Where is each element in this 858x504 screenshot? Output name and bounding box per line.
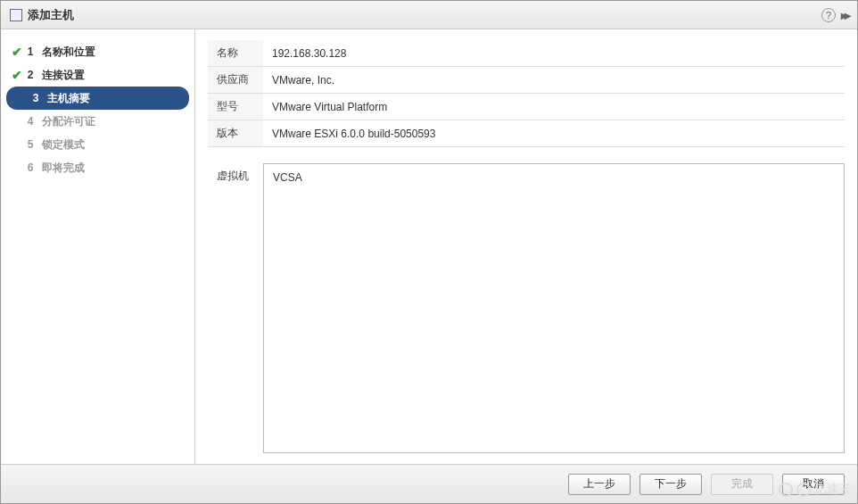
titlebar: 添加主机 ? ▸▸ <box>1 1 857 29</box>
value-name: 192.168.30.128 <box>263 40 845 67</box>
step-label: 分配许可证 <box>37 114 95 129</box>
vm-section: 虚拟机 VCSA <box>208 163 845 453</box>
step-lockdown[interactable]: ✔ 5 锁定模式 <box>1 133 194 156</box>
value-model: VMware Virtual Platform <box>263 94 845 120</box>
content-panel: 名称 192.168.30.128 供应商 VMware, Inc. 型号 VM… <box>195 29 857 464</box>
label-version: 版本 <box>208 120 263 147</box>
step-label: 名称和位置 <box>37 45 95 60</box>
value-vendor: VMware, Inc. <box>263 67 845 94</box>
step-label: 连接设置 <box>37 68 85 83</box>
step-number: 1 <box>24 45 37 58</box>
step-number: 6 <box>24 161 37 174</box>
main-area: ✔ 1 名称和位置 ✔ 2 连接设置 ✔ 3 主机摘要 ✔ 4 分配许可证 ✔ … <box>1 29 857 464</box>
row-version: 版本 VMware ESXi 6.0.0 build-5050593 <box>208 120 845 147</box>
row-vendor: 供应商 VMware, Inc. <box>208 67 845 94</box>
step-label: 主机摘要 <box>42 91 90 106</box>
vm-list-box: VCSA <box>263 163 845 453</box>
step-number: 2 <box>24 69 37 81</box>
label-vm: 虚拟机 <box>208 163 263 453</box>
row-model: 型号 VMware Virtual Platform <box>208 94 845 120</box>
label-model: 型号 <box>208 94 263 120</box>
next-button[interactable]: 下一步 <box>639 474 702 495</box>
step-host-summary[interactable]: ✔ 3 主机摘要 <box>6 87 189 110</box>
step-number: 3 <box>29 92 42 104</box>
step-label: 即将完成 <box>37 161 85 176</box>
check-icon: ✔ <box>12 68 24 82</box>
host-icon <box>10 9 22 21</box>
label-vendor: 供应商 <box>208 67 263 94</box>
footer-buttons: 上一步 下一步 完成 取消 <box>1 464 857 503</box>
row-name: 名称 192.168.30.128 <box>208 40 845 67</box>
step-license[interactable]: ✔ 4 分配许可证 <box>1 110 194 133</box>
vm-list-item: VCSA <box>273 171 835 184</box>
finish-button[interactable]: 完成 <box>711 474 773 495</box>
expand-icon[interactable]: ▸▸ <box>841 8 848 22</box>
step-label: 锁定模式 <box>37 137 85 153</box>
wizard-steps-sidebar: ✔ 1 名称和位置 ✔ 2 连接设置 ✔ 3 主机摘要 ✔ 4 分配许可证 ✔ … <box>1 29 195 464</box>
label-name: 名称 <box>208 40 263 67</box>
help-icon[interactable]: ? <box>821 8 836 22</box>
value-version: VMware ESXi 6.0.0 build-5050593 <box>263 120 845 147</box>
window-title: 添加主机 <box>28 7 821 23</box>
back-button[interactable]: 上一步 <box>568 474 631 495</box>
step-ready[interactable]: ✔ 6 即将完成 <box>1 156 194 179</box>
check-icon: ✔ <box>12 45 24 59</box>
step-number: 4 <box>24 115 37 128</box>
host-summary-table: 名称 192.168.30.128 供应商 VMware, Inc. 型号 VM… <box>208 40 845 147</box>
cancel-button[interactable]: 取消 <box>782 474 845 495</box>
step-name-location[interactable]: ✔ 1 名称和位置 <box>1 40 194 63</box>
step-connection[interactable]: ✔ 2 连接设置 <box>1 63 194 87</box>
step-number: 5 <box>24 138 37 151</box>
